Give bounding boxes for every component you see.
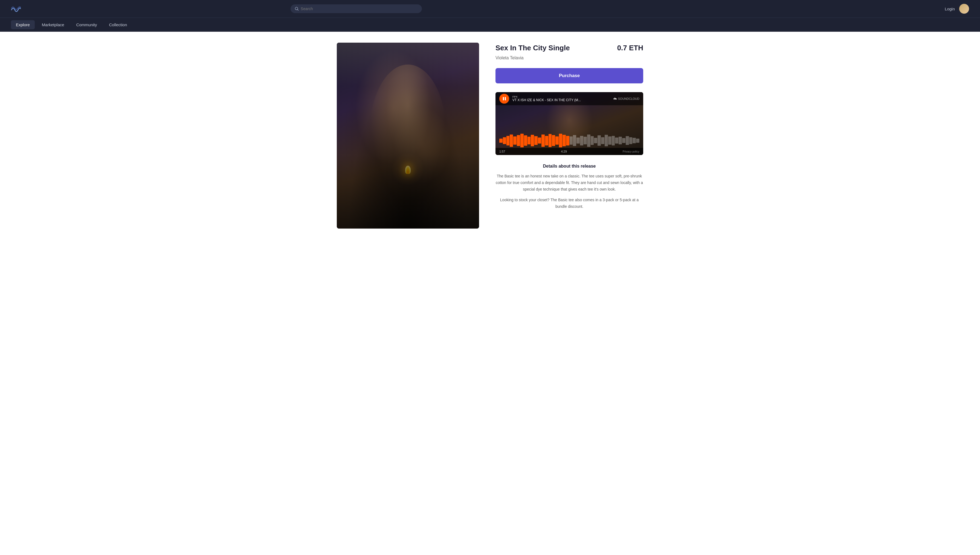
sc-label: FPX [512,95,610,98]
main-content: Sex In The City Single 0.7 ETH Violeta T… [326,43,654,229]
waveform-bar [608,136,612,144]
waveform-bar [626,136,629,145]
pause-bar-1 [503,97,504,100]
details-title: Details about this release [495,164,643,169]
waveform-bar [538,138,541,144]
waveform-bar [559,134,562,148]
waveform-bar [566,136,569,146]
sc-track-title: VT X ISH IZE & NICK - SEX IN THE CITY (M… [512,98,610,102]
sc-waveform[interactable] [495,134,643,148]
waveform-bar [517,135,520,146]
sc-time-played: 1:57 [499,150,505,153]
search-bar[interactable] [291,4,422,13]
waveform-bar [615,138,618,144]
search-input[interactable] [301,6,418,11]
nav-item-community[interactable]: Community [71,20,102,29]
product-price: 0.7 ETH [617,44,643,52]
waveform-bar [499,139,503,143]
header: Login [0,0,980,18]
waveform-bar [503,137,506,144]
search-icon [295,7,299,11]
waveform-bar [534,136,538,145]
waveform-bar [521,134,524,148]
sc-track-info: FPX VT X ISH IZE & NICK - SEX IN THE CIT… [512,95,610,102]
sc-header: FPX VT X ISH IZE & NICK - SEX IN THE CIT… [495,92,643,105]
waveform-bar [633,138,636,143]
logo-icon [11,5,21,12]
waveform-bar [541,135,545,147]
sc-footer: 1:57 4:29 Privacy policy [495,148,643,155]
details-description-1: The Basic tee is an honest new take on a… [495,173,643,192]
product-info: Sex In The City Single 0.7 ETH Violeta T… [495,43,643,214]
sc-time-total: 4:29 [561,150,567,153]
waveform-bar [594,138,597,143]
waveform-bar [524,135,527,146]
product-artist: Violeta Telavia [495,56,643,61]
sc-brand-label: SOUNDCLOUD [618,97,639,100]
waveform-bar [562,135,566,146]
waveform-bar [549,134,552,147]
header-right: Login [945,4,969,14]
login-button[interactable]: Login [945,6,955,11]
purchase-button[interactable]: Purchase [495,68,643,83]
product-image-container [337,43,479,229]
product-title: Sex In The City Single [495,44,570,52]
sc-cloud-icon [613,97,617,101]
nav-item-marketplace[interactable]: Marketplace [37,20,69,29]
waveform-bar [612,136,615,146]
sc-play-pause-button[interactable] [499,94,509,104]
waveform-bar [552,135,555,146]
waveform-bar [555,136,559,144]
waveform-bar [591,136,594,145]
waveform-bar [513,136,517,144]
svg-line-1 [297,10,298,10]
waveform-bar [601,137,604,144]
nav-item-explore[interactable]: Explore [11,20,35,29]
waveform-bar [636,139,639,143]
waveform-bar [577,138,580,144]
avatar-image [959,4,969,14]
product-image-bg [337,43,479,229]
waveform-bar [510,135,513,147]
soundcloud-embed[interactable]: FPX VT X ISH IZE & NICK - SEX IN THE CIT… [495,92,643,155]
svg-rect-4 [615,98,616,99]
waveform-bar [598,135,601,146]
waveform-bar [629,137,633,144]
product-header: Sex In The City Single 0.7 ETH [495,44,643,52]
nav-item-collection[interactable]: Collection [104,20,132,29]
waveform-bar [605,135,608,146]
pause-bar-2 [505,97,506,100]
product-image [337,43,479,229]
details-section: Details about this release The Basic tee… [495,164,643,210]
waveform-bar [527,137,531,144]
logo [11,5,21,12]
waveform-bar [583,137,587,144]
svg-rect-5 [616,98,617,99]
waveform-bar [506,136,510,146]
flame-element [405,166,411,174]
waveform-bar [587,135,590,147]
waveform-bar [545,136,548,146]
waveform-bar [570,136,573,144]
navigation: Explore Marketplace Community Collection [0,18,980,32]
waveform-bar [573,135,576,146]
face-body [370,64,446,201]
waveform-bar [531,135,534,146]
sc-brand: SOUNDCLOUD [613,97,639,101]
details-description-2: Looking to stock your closet? The Basic … [495,197,643,210]
sc-privacy-policy[interactable]: Privacy policy [623,150,639,153]
svg-rect-2 [614,98,614,99]
avatar[interactable] [959,4,969,14]
waveform-bar [622,138,625,143]
sc-pause-icon [503,97,506,100]
svg-rect-3 [614,98,615,99]
waveform-bar [580,136,583,146]
waveform-bar [619,137,622,144]
